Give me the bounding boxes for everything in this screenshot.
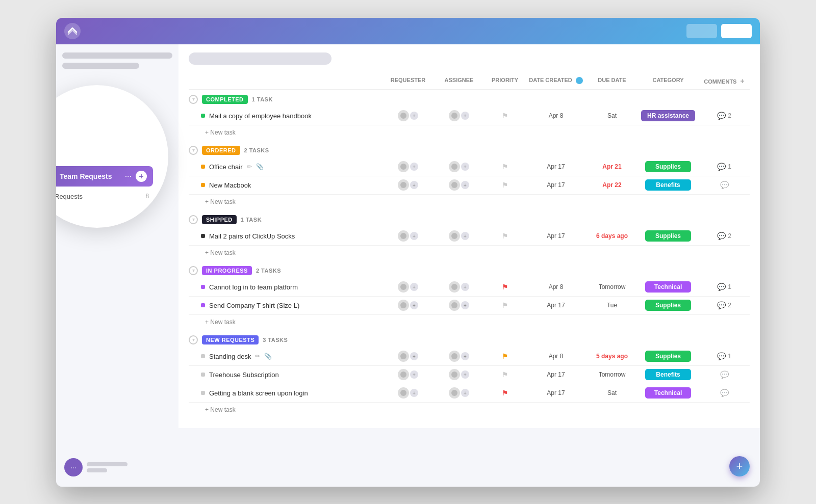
chat-bubble[interactable]: ···: [64, 458, 83, 476]
requester-cell: +: [382, 161, 434, 172]
task-status-dot: [201, 303, 205, 307]
priority-flag[interactable]: ⚑: [502, 163, 508, 171]
new-task-link[interactable]: + New task: [205, 198, 236, 205]
add-assignee[interactable]: +: [461, 283, 469, 291]
avatar: [398, 179, 409, 191]
task-row[interactable]: Office chair ✏📎 + + ⚑ Apr 17 Apr 21: [189, 158, 750, 176]
date-sort-icon[interactable]: [576, 77, 583, 84]
add-assignee[interactable]: +: [461, 181, 469, 189]
add-assignee[interactable]: +: [461, 352, 469, 360]
priority-flag[interactable]: ⚑: [502, 112, 508, 120]
new-task-link[interactable]: + New task: [205, 319, 236, 326]
task-name[interactable]: Mail a copy of employee handbook: [209, 112, 312, 120]
task-name[interactable]: Cannot log in to team platform: [209, 283, 298, 291]
search-bar[interactable]: [189, 52, 332, 65]
add-requester[interactable]: +: [410, 352, 418, 360]
due-date-cell[interactable]: 6 days ago: [586, 232, 638, 240]
sidebar-item-team-requests[interactable]: 📋 Team Requests ··· +: [56, 166, 153, 187]
group-toggle-in-progress[interactable]: ▾: [189, 266, 198, 275]
add-requester[interactable]: +: [410, 181, 418, 189]
add-assignee[interactable]: +: [461, 163, 469, 171]
new-task-link[interactable]: + New task: [205, 249, 236, 256]
titlebar-btn-1[interactable]: [686, 24, 717, 38]
sidebar-nav-plus[interactable]: +: [136, 171, 147, 182]
task-status-dot: [201, 114, 205, 118]
due-date-cell[interactable]: Apr 22: [586, 181, 638, 189]
avatar: [449, 387, 460, 399]
new-task-link[interactable]: + New task: [205, 129, 236, 136]
category-badge[interactable]: Supplies: [645, 161, 691, 172]
add-requester[interactable]: +: [410, 163, 418, 171]
group-toggle-shipped[interactable]: ▾: [189, 215, 198, 224]
assignee-avatar: +: [449, 110, 469, 121]
due-date-cell[interactable]: 5 days ago: [586, 353, 638, 360]
titlebar-btn-2[interactable]: [721, 24, 752, 38]
add-column-btn[interactable]: +: [741, 77, 745, 85]
category-badge[interactable]: Supplies: [645, 351, 691, 362]
task-name[interactable]: Mail 2 pairs of ClickUp Socks: [209, 232, 295, 240]
priority-flag[interactable]: ⚑: [502, 370, 508, 379]
requester-cell: +: [382, 179, 434, 191]
sidebar-sub-item-requests[interactable]: ⚙ Requests 8: [56, 191, 153, 202]
avatar: [398, 230, 409, 242]
new-task-link[interactable]: + New task: [205, 406, 236, 413]
task-name[interactable]: Send Company T shirt (Size L): [209, 302, 299, 309]
add-requester[interactable]: +: [410, 389, 418, 397]
add-assignee[interactable]: +: [461, 370, 469, 379]
add-assignee[interactable]: +: [461, 112, 469, 120]
add-requester[interactable]: +: [410, 112, 418, 120]
add-requester[interactable]: +: [410, 283, 418, 291]
task-name[interactable]: Treehouse Subscription: [209, 371, 279, 379]
category-cell: Supplies: [638, 351, 699, 362]
task-row[interactable]: Getting a blank screen upon login + + ⚑ …: [189, 384, 750, 403]
task-name[interactable]: Getting a blank screen upon login: [209, 389, 308, 397]
requester-cell: +: [382, 387, 434, 399]
priority-flag[interactable]: ⚑: [502, 283, 508, 291]
due-date-cell[interactable]: Sat: [586, 112, 638, 119]
task-row[interactable]: Treehouse Subscription + + ⚑ Apr 17 Tomo…: [189, 366, 750, 384]
group-toggle-completed[interactable]: ▾: [189, 95, 198, 104]
category-badge[interactable]: HR assistance: [641, 110, 695, 121]
category-badge[interactable]: Benefits: [645, 369, 691, 380]
task-row[interactable]: Cannot log in to team platform + + ⚑ Apr…: [189, 278, 750, 297]
category-badge[interactable]: Technical: [645, 281, 691, 293]
priority-flag[interactable]: ⚑: [502, 181, 508, 189]
task-name[interactable]: Standing desk: [209, 353, 251, 360]
priority-flag[interactable]: ⚑: [502, 352, 508, 360]
due-date-cell[interactable]: Tomorrow: [586, 371, 638, 378]
task-row[interactable]: Send Company T shirt (Size L) + + ⚑ Apr …: [189, 297, 750, 315]
category-badge[interactable]: Supplies: [645, 230, 691, 242]
priority-flag[interactable]: ⚑: [502, 389, 508, 397]
task-row[interactable]: Standing desk ✏📎 + + ⚑ Apr 8 5 days ago: [189, 348, 750, 366]
avatar: [398, 161, 409, 172]
sidebar-nav-dots[interactable]: ···: [125, 172, 132, 181]
add-assignee[interactable]: +: [461, 301, 469, 309]
fab-add-button[interactable]: +: [729, 456, 750, 476]
task-row[interactable]: New Macbook + + ⚑ Apr 17 Apr 22: [189, 176, 750, 195]
priority-flag[interactable]: ⚑: [502, 301, 508, 309]
col-header-assignee: ASSIGNEE: [434, 77, 484, 85]
due-date-cell[interactable]: Sat: [586, 389, 638, 396]
task-row[interactable]: Mail a copy of employee handbook + + ⚑ A…: [189, 107, 750, 125]
category-badge[interactable]: Benefits: [645, 179, 691, 191]
due-date-cell[interactable]: Tomorrow: [586, 283, 638, 290]
add-requester[interactable]: +: [410, 301, 418, 309]
add-assignee[interactable]: +: [461, 389, 469, 397]
task-row[interactable]: Mail 2 pairs of ClickUp Socks + + ⚑ Apr …: [189, 227, 750, 246]
add-requester[interactable]: +: [410, 370, 418, 379]
task-name[interactable]: Office chair: [209, 163, 243, 171]
priority-flag[interactable]: ⚑: [502, 232, 508, 240]
group-toggle-ordered[interactable]: ▾: [189, 146, 198, 155]
comment-icon: 💬: [717, 163, 726, 171]
task-status-dot: [201, 354, 205, 358]
task-status-dot: [201, 234, 205, 238]
add-assignee[interactable]: +: [461, 232, 469, 240]
task-name[interactable]: New Macbook: [209, 181, 251, 189]
category-badge[interactable]: Technical: [645, 387, 691, 399]
due-date-cell[interactable]: Apr 21: [586, 163, 638, 170]
category-badge[interactable]: Supplies: [645, 300, 691, 311]
svg-point-0: [64, 23, 81, 39]
group-toggle-new-requests[interactable]: ▾: [189, 335, 198, 344]
due-date-cell[interactable]: Tue: [586, 302, 638, 309]
add-requester[interactable]: +: [410, 232, 418, 240]
